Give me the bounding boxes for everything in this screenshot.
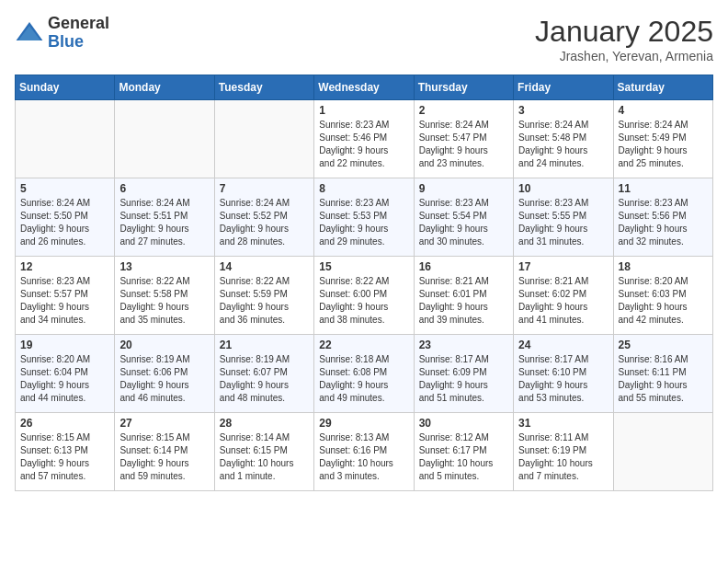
- calendar-table: SundayMondayTuesdayWednesdayThursdayFrid…: [15, 75, 713, 491]
- day-info: Sunrise: 8:20 AM: [20, 353, 109, 366]
- calendar-cell: 3Sunrise: 8:24 AMSunset: 5:48 PMDaylight…: [514, 100, 613, 178]
- day-number: 18: [619, 260, 708, 273]
- day-number: 23: [419, 339, 508, 351]
- day-info: Sunset: 6:02 PM: [518, 288, 608, 301]
- day-info: Daylight: 9 hours: [220, 379, 309, 392]
- weekday-header-friday: Friday: [514, 75, 613, 100]
- day-info: and 28 minutes.: [220, 236, 309, 248]
- day-info: and 59 minutes.: [119, 470, 209, 483]
- day-info: Daylight: 9 hours: [220, 223, 309, 236]
- day-number: 14: [220, 260, 309, 273]
- day-info: Sunrise: 8:18 AM: [319, 353, 408, 366]
- day-info: Sunset: 6:04 PM: [20, 366, 109, 379]
- weekday-header-wednesday: Wednesday: [314, 75, 414, 100]
- day-info: Sunrise: 8:11 AM: [518, 431, 608, 444]
- day-info: Sunrise: 8:24 AM: [518, 119, 608, 132]
- calendar-cell: 14Sunrise: 8:22 AMSunset: 5:59 PMDayligh…: [214, 257, 313, 335]
- weekday-header-sunday: Sunday: [16, 75, 115, 100]
- day-number: 3: [518, 104, 608, 117]
- day-number: 1: [319, 104, 408, 117]
- day-info: Sunrise: 8:20 AM: [619, 275, 708, 288]
- day-info: Sunset: 6:11 PM: [619, 366, 708, 379]
- calendar-cell: 22Sunrise: 8:18 AMSunset: 6:08 PMDayligh…: [314, 335, 414, 413]
- day-info: Sunrise: 8:22 AM: [119, 275, 209, 288]
- calendar-cell: 29Sunrise: 8:13 AMSunset: 6:16 PMDayligh…: [314, 413, 414, 491]
- week-row-5: 26Sunrise: 8:15 AMSunset: 6:13 PMDayligh…: [16, 413, 713, 491]
- day-info: Sunset: 5:47 PM: [419, 132, 508, 144]
- day-info: Daylight: 9 hours: [119, 457, 209, 470]
- day-info: and 27 minutes.: [119, 236, 209, 248]
- day-info: Daylight: 9 hours: [220, 301, 309, 314]
- day-info: and 46 minutes.: [119, 392, 209, 405]
- day-info: Sunset: 6:07 PM: [220, 366, 309, 379]
- day-info: Sunrise: 8:23 AM: [319, 197, 408, 210]
- day-number: 11: [619, 182, 708, 195]
- day-info: Sunrise: 8:24 AM: [119, 197, 209, 210]
- day-info: and 57 minutes.: [20, 470, 109, 483]
- day-number: 20: [119, 339, 209, 351]
- day-info: and 55 minutes.: [619, 392, 708, 405]
- day-info: Sunset: 6:15 PM: [220, 444, 309, 457]
- day-info: Sunset: 6:13 PM: [20, 444, 109, 457]
- day-info: Sunset: 5:50 PM: [20, 210, 109, 223]
- day-info: and 35 minutes.: [119, 314, 209, 327]
- day-info: Sunset: 5:49 PM: [619, 132, 708, 144]
- day-info: Sunset: 5:52 PM: [220, 210, 309, 223]
- day-info: Sunrise: 8:19 AM: [119, 353, 209, 366]
- day-info: Sunrise: 8:24 AM: [419, 119, 508, 132]
- day-info: Sunset: 5:56 PM: [619, 210, 708, 223]
- day-info: Daylight: 10 hours: [518, 457, 608, 470]
- day-info: and 24 minutes.: [518, 157, 608, 170]
- day-info: Sunrise: 8:21 AM: [518, 275, 608, 288]
- calendar-cell: 31Sunrise: 8:11 AMSunset: 6:19 PMDayligh…: [514, 413, 613, 491]
- weekday-header-thursday: Thursday: [414, 75, 513, 100]
- logo-icon: [15, 18, 44, 48]
- logo-blue-text: Blue: [48, 33, 109, 52]
- day-info: Daylight: 9 hours: [419, 223, 508, 236]
- day-info: Sunrise: 8:15 AM: [20, 431, 109, 444]
- title-block: January 2025 Jrashen, Yerevan, Armenia: [535, 15, 713, 63]
- day-info: and 31 minutes.: [518, 236, 608, 248]
- day-info: Daylight: 9 hours: [319, 379, 408, 392]
- day-info: and 48 minutes.: [220, 392, 309, 405]
- day-info: and 7 minutes.: [518, 470, 608, 483]
- day-info: and 5 minutes.: [419, 470, 508, 483]
- calendar-cell: 18Sunrise: 8:20 AMSunset: 6:03 PMDayligh…: [613, 257, 712, 335]
- day-info: Sunset: 5:46 PM: [319, 132, 408, 144]
- day-info: Sunset: 6:03 PM: [619, 288, 708, 301]
- day-info: Sunrise: 8:15 AM: [119, 431, 209, 444]
- day-info: Sunset: 5:58 PM: [119, 288, 209, 301]
- day-info: Sunrise: 8:24 AM: [220, 197, 309, 210]
- day-info: Sunrise: 8:21 AM: [419, 275, 508, 288]
- weekday-header-tuesday: Tuesday: [214, 75, 313, 100]
- day-info: Daylight: 9 hours: [619, 379, 708, 392]
- day-info: Sunset: 6:06 PM: [119, 366, 209, 379]
- day-number: 5: [20, 182, 109, 195]
- day-info: Daylight: 9 hours: [319, 301, 408, 314]
- calendar-cell: 13Sunrise: 8:22 AMSunset: 5:58 PMDayligh…: [115, 257, 214, 335]
- day-number: 25: [619, 339, 708, 351]
- day-info: Daylight: 9 hours: [419, 144, 508, 157]
- day-info: Daylight: 9 hours: [619, 301, 708, 314]
- day-info: Daylight: 9 hours: [319, 144, 408, 157]
- calendar-cell: 28Sunrise: 8:14 AMSunset: 6:15 PMDayligh…: [214, 413, 313, 491]
- day-info: Daylight: 9 hours: [518, 301, 608, 314]
- day-info: Sunset: 5:57 PM: [20, 288, 109, 301]
- day-info: Daylight: 9 hours: [518, 144, 608, 157]
- calendar-cell: 26Sunrise: 8:15 AMSunset: 6:13 PMDayligh…: [16, 413, 115, 491]
- day-info: Sunset: 5:59 PM: [220, 288, 309, 301]
- day-number: 29: [319, 417, 408, 430]
- calendar-cell: 25Sunrise: 8:16 AMSunset: 6:11 PMDayligh…: [613, 335, 712, 413]
- day-number: 28: [220, 417, 309, 430]
- calendar-cell: [16, 100, 115, 178]
- day-number: 13: [119, 260, 209, 273]
- calendar-cell: 4Sunrise: 8:24 AMSunset: 5:49 PMDaylight…: [613, 100, 712, 178]
- day-info: Daylight: 9 hours: [20, 223, 109, 236]
- day-info: Sunset: 6:08 PM: [319, 366, 408, 379]
- calendar-cell: 24Sunrise: 8:17 AMSunset: 6:10 PMDayligh…: [514, 335, 613, 413]
- day-info: and 42 minutes.: [619, 314, 708, 327]
- week-row-2: 5Sunrise: 8:24 AMSunset: 5:50 PMDaylight…: [16, 178, 713, 257]
- day-info: Daylight: 9 hours: [20, 379, 109, 392]
- day-info: Sunrise: 8:23 AM: [419, 197, 508, 210]
- day-number: 16: [419, 260, 508, 273]
